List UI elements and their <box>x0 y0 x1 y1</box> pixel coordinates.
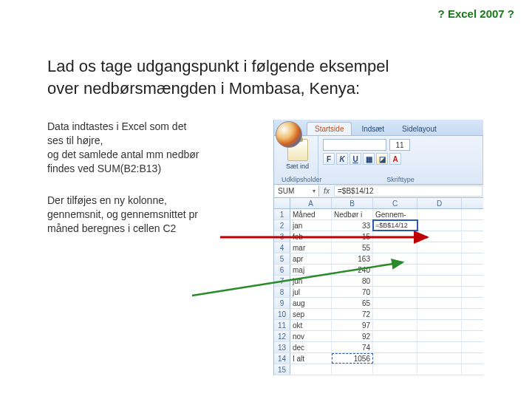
cell-D3[interactable] <box>417 231 462 242</box>
cell-C14[interactable] <box>373 353 417 364</box>
cell-B9[interactable]: 65 <box>332 298 373 308</box>
row-header-14[interactable]: 14 <box>274 353 290 364</box>
row-header-1[interactable]: 1 <box>274 209 290 219</box>
chevron-down-icon: ▾ <box>313 188 316 194</box>
row-header-15[interactable]: 15 <box>274 364 290 375</box>
cell-A4[interactable]: mar <box>290 242 332 253</box>
cell-D4[interactable] <box>417 242 462 253</box>
select-all-corner[interactable] <box>274 198 290 208</box>
cell-C6[interactable] <box>373 265 417 275</box>
main-title: Lad os tage udgangspunkt i følgende ekse… <box>0 20 532 99</box>
paragraph-1: Data indtastes i Excel som det ses til h… <box>47 120 262 176</box>
cell-A5[interactable]: apr <box>290 253 332 264</box>
row-header-8[interactable]: 8 <box>274 287 290 297</box>
row-header-2[interactable]: 2 <box>274 220 290 231</box>
cell-A15[interactable] <box>290 364 332 375</box>
cell-B13[interactable]: 74 <box>332 342 373 352</box>
cell-C9[interactable] <box>373 298 417 308</box>
cell-B7[interactable]: 80 <box>332 276 373 286</box>
name-box[interactable]: SUM ▾ <box>275 185 319 197</box>
cell-A9[interactable]: aug <box>290 298 332 308</box>
col-header-B[interactable]: B <box>332 198 373 208</box>
cell-D5[interactable] <box>417 253 462 264</box>
cell-A1[interactable]: Måned <box>290 209 332 219</box>
cell-B15[interactable] <box>332 364 373 375</box>
cell-B12[interactable]: 92 <box>332 331 373 341</box>
cell-B1[interactable]: Nedbør i <box>332 209 373 219</box>
row-header-7[interactable]: 7 <box>274 276 290 286</box>
row-header-4[interactable]: 4 <box>274 242 290 253</box>
cell-A11[interactable]: okt <box>290 320 332 330</box>
row-header-13[interactable]: 13 <box>274 342 290 352</box>
underline-button[interactable]: U <box>349 153 361 165</box>
cell-C12[interactable] <box>373 331 417 341</box>
cell-A12[interactable]: nov <box>290 331 332 341</box>
tab-insert[interactable]: Indsæt <box>353 122 392 135</box>
cell-B2[interactable]: 33 <box>332 220 373 231</box>
cell-D13[interactable] <box>417 342 462 352</box>
cell-D6[interactable] <box>417 265 462 275</box>
cell-C3[interactable] <box>373 231 417 242</box>
cell-A10[interactable]: sep <box>290 309 332 319</box>
cell-B5[interactable]: 163 <box>332 253 373 264</box>
cell-C4[interactable] <box>373 242 417 253</box>
font-size-dropdown[interactable]: 11 <box>389 139 410 151</box>
col-header-C[interactable]: C <box>373 198 417 208</box>
cell-B6[interactable]: 240 <box>332 265 373 275</box>
fx-icon[interactable]: fx <box>320 185 333 197</box>
cell-D8[interactable] <box>417 287 462 297</box>
cell-A14[interactable]: I alt <box>290 353 332 364</box>
row-header-11[interactable]: 11 <box>274 320 290 330</box>
row-header-12[interactable]: 12 <box>274 331 290 341</box>
row-header-5[interactable]: 5 <box>274 253 290 264</box>
cell-C1[interactable]: Gennem- <box>373 209 417 219</box>
border-button[interactable]: ▦ <box>363 153 375 165</box>
cell-C7[interactable] <box>373 276 417 286</box>
col-header-D[interactable]: D <box>417 198 462 208</box>
bold-button[interactable]: F <box>323 153 335 165</box>
col-header-A[interactable]: A <box>290 198 332 208</box>
cell-C13[interactable] <box>373 342 417 352</box>
cell-A8[interactable]: jul <box>290 287 332 297</box>
cell-C2[interactable]: =$B$14/12 <box>373 220 417 231</box>
cell-B14[interactable]: 1056 <box>332 353 373 364</box>
row-header-10[interactable]: 10 <box>274 309 290 319</box>
p1-l2: ses til højre, <box>47 134 262 148</box>
formula-input[interactable]: =$B$14/12 <box>334 185 482 197</box>
cell-D7[interactable] <box>417 276 462 286</box>
cell-D11[interactable] <box>417 320 462 330</box>
cell-C5[interactable] <box>373 253 417 264</box>
row-header-9[interactable]: 9 <box>274 298 290 308</box>
cell-D1[interactable] <box>417 209 462 219</box>
cell-B8[interactable]: 70 <box>332 287 373 297</box>
cell-D2[interactable] <box>417 220 462 231</box>
cell-C11[interactable] <box>373 320 417 330</box>
cell-D14[interactable] <box>417 353 462 364</box>
cell-D10[interactable] <box>417 309 462 319</box>
cell-A2[interactable]: jan <box>290 220 332 231</box>
row-header-6[interactable]: 6 <box>274 265 290 275</box>
row-5: 5apr163 <box>274 253 483 265</box>
tab-home[interactable]: Startside <box>307 122 352 135</box>
cell-D12[interactable] <box>417 331 462 341</box>
cell-A13[interactable]: dec <box>290 342 332 352</box>
cell-A6[interactable]: maj <box>290 265 332 275</box>
cell-B3[interactable]: 15 <box>332 231 373 242</box>
cell-D9[interactable] <box>417 298 462 308</box>
font-name-dropdown[interactable] <box>323 139 386 151</box>
cell-A7[interactable]: jun <box>290 276 332 286</box>
cell-C8[interactable] <box>373 287 417 297</box>
cell-D15[interactable] <box>417 364 462 375</box>
cell-C10[interactable] <box>373 309 417 319</box>
font-color-button[interactable]: A <box>389 153 401 165</box>
cell-C15[interactable] <box>373 364 417 375</box>
cell-B4[interactable]: 55 <box>332 242 373 253</box>
cell-B10[interactable]: 72 <box>332 309 373 319</box>
tab-pagelayout[interactable]: Sidelayout <box>394 122 445 135</box>
italic-button[interactable]: K <box>336 153 348 165</box>
fill-color-button[interactable]: ◪ <box>376 153 388 165</box>
cell-B11[interactable]: 97 <box>332 320 373 330</box>
font-group-label: Skrifttype <box>323 175 478 183</box>
row-header-3[interactable]: 3 <box>274 231 290 242</box>
cell-A3[interactable]: feb <box>290 231 332 242</box>
